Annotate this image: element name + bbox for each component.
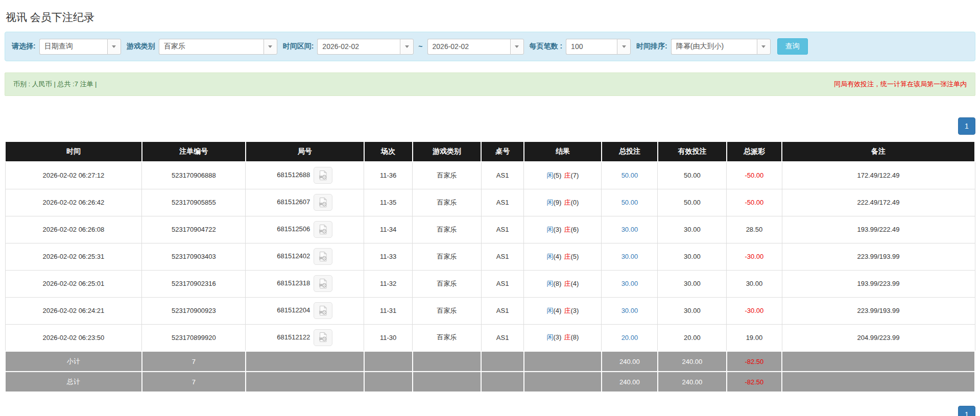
cell-game-type: 百家乐	[413, 189, 482, 216]
video-record-icon	[318, 332, 328, 342]
select-type-input[interactable]	[39, 39, 107, 55]
footer-valid-bet: 240.00	[658, 351, 727, 372]
pagination-page-1[interactable]: 1	[958, 117, 975, 135]
date-to-input[interactable]	[427, 39, 510, 55]
total-bet-link[interactable]: 30.00	[622, 280, 638, 287]
cell-bet-id: 523170899920	[142, 324, 246, 351]
total-bet-link[interactable]: 30.00	[622, 307, 638, 314]
table-row: 2026-02-02 06:24:21523170900923681512204…	[5, 297, 975, 324]
result-player-label: 闲	[546, 172, 553, 179]
video-record-icon	[318, 305, 328, 316]
cell-session: 11-30	[364, 324, 413, 351]
cell-total-bet: 30.00	[602, 243, 658, 270]
date-from-dropdown-button[interactable]	[400, 39, 414, 55]
cell-valid-bet: 30.00	[658, 297, 727, 324]
total-bet-link[interactable]: 50.00	[622, 172, 638, 179]
result-banker-label: 庄	[564, 280, 570, 287]
video-record-button[interactable]	[314, 167, 332, 184]
video-record-button[interactable]	[314, 194, 332, 211]
cell-note: 172.49/122.49	[782, 162, 975, 189]
chevron-down-icon	[515, 45, 519, 48]
footer-label: 小计	[5, 351, 142, 372]
cell-table-no: AS1	[481, 162, 524, 189]
date-from-input[interactable]	[317, 39, 400, 55]
result-banker-label: 庄	[564, 172, 570, 179]
table-row: 2026-02-02 06:26:08523170904722681512506…	[5, 216, 975, 243]
video-record-icon	[318, 224, 328, 235]
cell-payout: 19.00	[727, 324, 782, 351]
column-header: 时间	[5, 141, 142, 162]
cell-valid-bet: 30.00	[658, 216, 727, 243]
video-record-button[interactable]	[314, 302, 332, 319]
page-size-combobox	[566, 39, 631, 55]
cell-payout: -50.00	[727, 162, 782, 189]
footer-empty	[246, 372, 364, 392]
cell-payout: 28.50	[727, 216, 782, 243]
total-bet-link[interactable]: 30.00	[622, 226, 638, 233]
result-player-value: (9)	[553, 199, 561, 206]
filter-label-sort: 时间排序:	[636, 42, 667, 51]
cell-table-no: AS1	[481, 297, 524, 324]
cell-table-no: AS1	[481, 270, 524, 297]
cell-time: 2026-02-02 06:26:42	[5, 189, 142, 216]
column-header: 场次	[364, 141, 413, 162]
footer-empty	[524, 372, 602, 392]
result-banker-label: 庄	[564, 333, 570, 341]
column-header: 桌号	[481, 141, 524, 162]
result-banker-label: 庄	[564, 199, 570, 206]
result-player-value: (3)	[553, 333, 561, 341]
page-size-input[interactable]	[566, 39, 617, 55]
video-record-button[interactable]	[314, 275, 332, 292]
table-footer: 小计7240.00240.00-82.50总计7240.00240.00-82.…	[5, 351, 975, 392]
footer-payout: -82.50	[727, 372, 782, 392]
round-id: 681512688	[277, 171, 310, 179]
footer-empty	[524, 351, 602, 372]
cell-round-id: 681512318	[246, 270, 364, 297]
cell-game-type: 百家乐	[413, 162, 482, 189]
chevron-down-icon	[405, 45, 409, 48]
cell-time: 2026-02-02 06:24:21	[5, 297, 142, 324]
video-record-button[interactable]	[314, 221, 332, 238]
cell-round-id: 681512204	[246, 297, 364, 324]
footer-empty	[481, 372, 524, 392]
cell-session: 11-36	[364, 162, 413, 189]
cell-valid-bet: 50.00	[658, 162, 727, 189]
cell-round-id: 681512688	[246, 162, 364, 189]
footer-total-bet: 240.00	[602, 351, 658, 372]
cell-result: 闲(4)庄(5)	[524, 243, 602, 270]
cell-session: 11-32	[364, 270, 413, 297]
pagination-page-1[interactable]: 1	[958, 406, 975, 416]
game-type-dropdown-button[interactable]	[264, 39, 277, 55]
result-player-value: (4)	[553, 253, 561, 260]
page-size-dropdown-button[interactable]	[617, 39, 631, 55]
sort-dropdown-button[interactable]	[757, 39, 771, 55]
result-banker-value: (5)	[570, 253, 579, 260]
cell-round-id: 681512506	[246, 216, 364, 243]
footer-label: 总计	[5, 372, 142, 392]
cell-table-no: AS1	[481, 243, 524, 270]
cell-bet-id: 523170902316	[142, 270, 246, 297]
cell-time: 2026-02-02 06:25:31	[5, 243, 142, 270]
total-bet-link[interactable]: 30.00	[622, 253, 638, 260]
chevron-down-icon	[761, 45, 766, 48]
total-row: 总计7240.00240.00-82.50	[5, 372, 975, 392]
footer-payout: -82.50	[727, 351, 782, 372]
cell-bet-id: 523170900923	[142, 297, 246, 324]
total-bet-link[interactable]: 50.00	[622, 199, 638, 206]
date-to-dropdown-button[interactable]	[510, 39, 524, 55]
result-banker-value: (6)	[570, 226, 579, 233]
video-record-button[interactable]	[314, 329, 332, 346]
filter-label-game-type: 游戏类别	[127, 42, 155, 51]
cell-valid-bet: 30.00	[658, 270, 727, 297]
video-record-button[interactable]	[314, 248, 332, 265]
search-button[interactable]: 查询	[777, 38, 808, 55]
column-header: 游戏类别	[413, 141, 482, 162]
total-bet-link[interactable]: 20.00	[622, 334, 638, 341]
game-type-input[interactable]	[159, 39, 264, 55]
select-type-dropdown-button[interactable]	[107, 39, 121, 55]
footer-empty	[246, 351, 364, 372]
cell-result: 闲(8)庄(4)	[524, 270, 602, 297]
round-id: 681512402	[277, 252, 310, 260]
column-header: 总投注	[602, 141, 658, 162]
sort-input[interactable]	[671, 39, 757, 55]
